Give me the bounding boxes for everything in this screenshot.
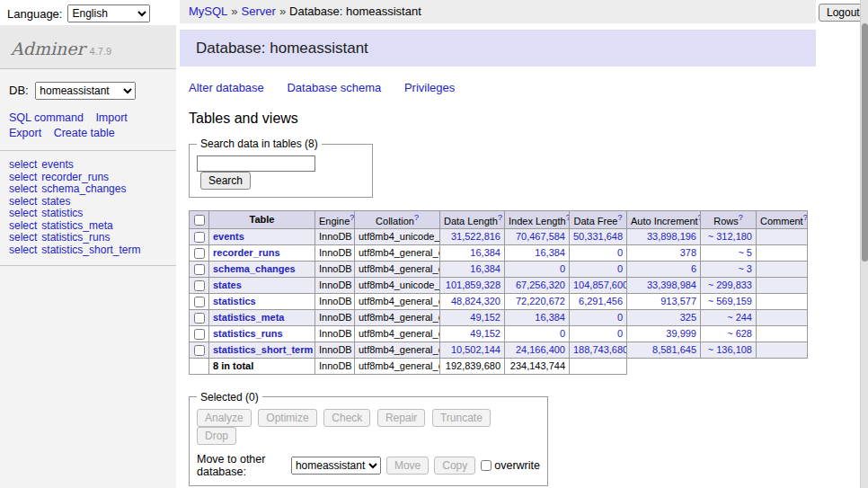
table-link-statistics-meta[interactable]: statistics_meta (41, 219, 112, 232)
table-name-link[interactable]: statistics_meta (213, 312, 285, 323)
collation-cell: utf8mb4_unicode_ci (355, 228, 440, 244)
data-free-cell[interactable]: 0 (570, 309, 627, 325)
total-collation: utf8mb4_general_ci (355, 358, 440, 374)
table-name-link[interactable]: states (213, 279, 242, 290)
row-checkbox[interactable] (194, 280, 205, 291)
auto-increment-cell[interactable]: 378 (627, 244, 701, 261)
select-link[interactable]: select (9, 158, 37, 171)
sql-command-link[interactable]: SQL command (9, 111, 84, 126)
breadcrumb-server-link[interactable]: Server (242, 4, 276, 18)
help-icon[interactable]: ? (414, 213, 419, 222)
row-checkbox[interactable] (194, 264, 205, 275)
help-icon[interactable]: ? (350, 213, 354, 222)
import-link[interactable]: Import (95, 111, 127, 126)
auto-increment-cell[interactable]: 39,999 (627, 325, 701, 342)
select-link[interactable]: select (9, 195, 37, 208)
table-link-statistics[interactable]: statistics (41, 207, 83, 219)
move-database-select[interactable]: homeassistant (291, 457, 381, 475)
index-length-cell[interactable]: 67,256,320 (505, 277, 570, 293)
rows-cell[interactable]: ~ 628 (701, 325, 757, 342)
language-select[interactable]: English (67, 4, 150, 22)
table-link-states[interactable]: states (41, 195, 70, 208)
breadcrumb-mysql-link[interactable]: MySQL (189, 4, 227, 18)
index-length-cell[interactable]: 0 (505, 325, 570, 342)
help-icon[interactable]: ? (803, 213, 808, 222)
auto-increment-cell[interactable]: 33,898,196 (627, 228, 701, 244)
auto-increment-cell[interactable]: 325 (627, 309, 701, 325)
help-icon[interactable]: ? (739, 213, 743, 222)
rows-cell[interactable]: ~ 299,833 (701, 277, 757, 293)
help-icon[interactable]: ? (617, 213, 622, 222)
rows-cell[interactable]: ~ 244 (701, 309, 757, 325)
data-free-cell[interactable]: 188,743,680 (570, 342, 627, 358)
auto-increment-cell[interactable]: 913,577 (627, 293, 701, 309)
index-length-cell[interactable]: 70,467,584 (505, 228, 570, 244)
select-link[interactable]: select (9, 244, 37, 256)
select-link[interactable]: select (9, 171, 37, 183)
rows-cell[interactable]: ~ 5 (701, 244, 757, 261)
overwrite-checkbox[interactable] (481, 460, 492, 471)
select-link[interactable]: select (9, 207, 37, 219)
table-link-schema-changes[interactable]: schema_changes (41, 182, 126, 195)
table-link-statistics-runs[interactable]: statistics_runs (41, 231, 110, 244)
row-checkbox[interactable] (194, 232, 205, 243)
auto-increment-cell[interactable]: 33,398,984 (627, 277, 701, 293)
index-length-cell[interactable]: 24,166,400 (505, 342, 570, 358)
export-link[interactable]: Export (9, 126, 41, 141)
select-all-checkbox[interactable] (194, 215, 205, 226)
data-free-cell[interactable]: 104,857,600 (570, 277, 627, 293)
scrollbar-track[interactable] (860, 0, 868, 488)
data-free-cell[interactable]: 50,331,648 (570, 228, 627, 244)
help-icon[interactable]: ? (566, 213, 570, 222)
scrollbar-thumb[interactable] (862, 23, 868, 262)
data-length-cell[interactable]: 49,152 (440, 325, 505, 342)
data-length-cell[interactable]: 49,152 (440, 309, 505, 325)
row-checkbox[interactable] (194, 248, 205, 259)
data-length-cell[interactable]: 31,522,816 (440, 228, 505, 244)
data-length-cell[interactable]: 101,859,328 (440, 277, 505, 293)
database-schema-link[interactable]: Database schema (287, 81, 381, 94)
db-select[interactable]: homeassistant (35, 82, 136, 100)
row-checkbox[interactable] (194, 329, 205, 340)
privileges-link[interactable]: Privileges (404, 81, 455, 94)
rows-cell[interactable]: ~ 3 (701, 261, 757, 277)
row-checkbox[interactable] (194, 345, 205, 356)
row-checkbox[interactable] (194, 313, 205, 324)
rows-cell[interactable]: ~ 569,159 (701, 293, 757, 309)
auto-increment-cell[interactable]: 8,581,645 (627, 342, 701, 358)
index-length-cell[interactable]: 0 (505, 261, 570, 277)
search-input[interactable] (197, 155, 315, 172)
table-link-recorder-runs[interactable]: recorder_runs (41, 171, 109, 183)
rows-cell[interactable]: ~ 312,180 (701, 228, 757, 244)
auto-increment-cell[interactable]: 6 (627, 261, 701, 277)
table-name-link[interactable]: statistics (213, 296, 256, 306)
select-link[interactable]: select (9, 219, 37, 232)
rows-cell[interactable]: ~ 136,108 (701, 342, 757, 358)
table-name-link[interactable]: statistics_short_term (213, 344, 313, 355)
table-link-events[interactable]: events (41, 158, 73, 171)
select-link[interactable]: select (9, 231, 37, 244)
select-link[interactable]: select (9, 182, 37, 195)
index-length-cell[interactable]: 72,220,672 (505, 293, 570, 309)
data-free-cell[interactable]: 0 (570, 244, 627, 261)
data-length-cell[interactable]: 16,384 (440, 261, 505, 277)
row-checkbox[interactable] (194, 297, 205, 307)
data-free-cell[interactable]: 0 (570, 325, 627, 342)
help-icon[interactable]: ? (498, 213, 502, 222)
data-length-cell[interactable]: 16,384 (440, 244, 505, 261)
table-link-statistics-short-term[interactable]: statistics_short_term (41, 244, 140, 256)
table-name-link[interactable]: recorder_runs (213, 247, 280, 258)
table-name-link[interactable]: statistics_runs (213, 328, 283, 339)
data-free-cell[interactable]: 0 (570, 261, 627, 277)
create-table-link[interactable]: Create table (54, 126, 115, 141)
breadcrumb-separator: » (279, 4, 286, 18)
data-free-cell[interactable]: 6,291,456 (570, 293, 627, 309)
data-length-cell[interactable]: 48,824,320 (440, 293, 505, 309)
table-name-link[interactable]: events (213, 231, 244, 242)
data-length-cell[interactable]: 10,502,144 (440, 342, 505, 358)
search-button[interactable]: Search (200, 172, 251, 190)
alter-database-link[interactable]: Alter database (189, 81, 264, 94)
table-name-link[interactable]: schema_changes (213, 263, 296, 274)
index-length-cell[interactable]: 16,384 (505, 244, 570, 261)
index-length-cell[interactable]: 16,384 (505, 309, 570, 325)
